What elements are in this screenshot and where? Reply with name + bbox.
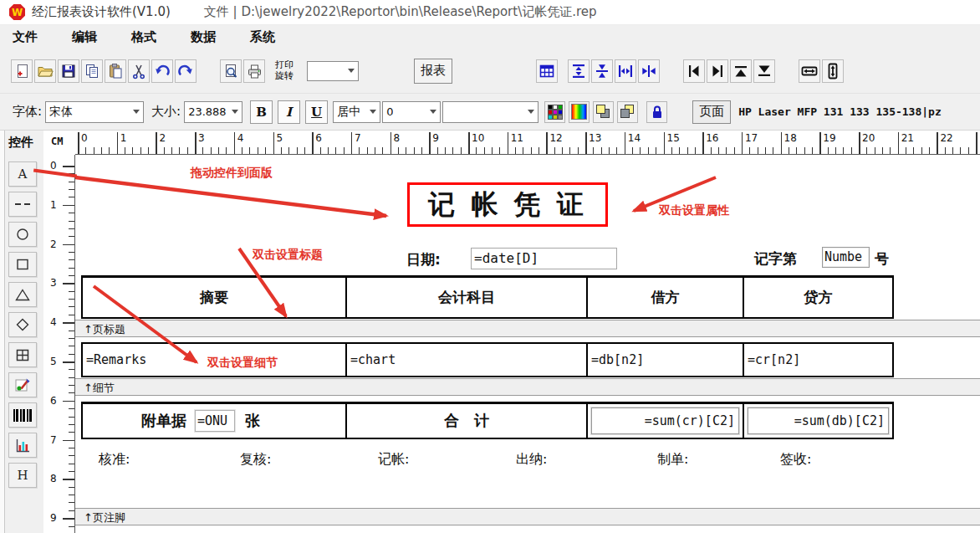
annotation-properties-hint: 双击设置属性 [659, 203, 729, 218]
triangle-tool-icon [15, 289, 30, 301]
chevron-down-icon [232, 110, 238, 114]
color-palette-button[interactable] [544, 101, 565, 123]
style-select[interactable] [442, 101, 538, 123]
printer-name: HP Laser MFP 131 133 135-138|pz [738, 105, 942, 118]
align-bottom-button[interactable] [753, 59, 775, 83]
html-tool-button[interactable]: H [8, 463, 37, 488]
align-select[interactable]: 居中 [333, 101, 380, 123]
cut-button[interactable] [128, 59, 150, 83]
page-setup-button[interactable]: 页面 [692, 100, 731, 124]
expand-vertical-icon [570, 63, 587, 79]
copy-button[interactable] [81, 59, 103, 83]
go-last-button[interactable] [707, 59, 728, 83]
expand-horizontal-icon [617, 63, 634, 79]
barcode-tool-icon [13, 409, 32, 422]
same-height-icon [824, 63, 841, 79]
open-file-icon [37, 63, 54, 79]
table-grid-button[interactable] [536, 59, 558, 83]
main-toolbar: 打印 旋转 报表 [0, 49, 980, 94]
size-label: 大小: [151, 104, 181, 120]
go-first-button[interactable] [683, 59, 705, 83]
paper-rotation-select[interactable] [307, 61, 359, 81]
lock-icon [649, 104, 666, 120]
menu-item-0[interactable]: 文件 [2, 29, 48, 45]
menu-item-1[interactable]: 编辑 [61, 29, 108, 45]
table-grid-icon [538, 63, 555, 79]
text-tool-button[interactable]: A [8, 161, 37, 187]
horizontal-ruler: 012345678910111213141516171819202122 [75, 131, 980, 155]
menu-item-4[interactable]: 系统 [239, 29, 286, 45]
line-tool-button[interactable] [8, 192, 37, 217]
italic-button[interactable]: I [278, 100, 300, 124]
barcode-tool-button[interactable] [8, 402, 37, 428]
annotation-title-hint: 双击设置标题 [253, 248, 323, 263]
grid-tool-button[interactable] [8, 342, 37, 367]
same-height-button[interactable] [822, 59, 844, 83]
collapse-horizontal-icon [641, 63, 657, 79]
undo-icon [154, 63, 171, 79]
rotation-select[interactable]: 0 [382, 101, 441, 123]
controls-label: 控件 [8, 135, 33, 151]
collapse-vertical-button[interactable] [591, 59, 613, 83]
underline-button[interactable]: U [305, 100, 328, 124]
design-canvas[interactable]: 拖动控件到面版 双击设置属性 双击设置标题 双击设置细节 记 帐 凭 证 日期:… [75, 155, 980, 533]
annotation-arrows [75, 155, 980, 533]
circle-tool-button[interactable] [8, 222, 37, 247]
collapse-horizontal-button[interactable] [638, 59, 660, 83]
save-button[interactable] [58, 59, 79, 83]
paste-icon [107, 63, 124, 79]
go-last-icon [709, 63, 726, 79]
menu-item-3[interactable]: 数据 [180, 29, 227, 45]
redo-icon [177, 63, 194, 79]
arrow-detail-hint [94, 286, 197, 362]
chevron-down-icon [370, 110, 376, 114]
print-button[interactable] [243, 59, 265, 83]
expand-horizontal-button[interactable] [615, 59, 636, 83]
new-file-icon [13, 63, 30, 79]
print-rotate-label: 打印 旋转 [275, 60, 293, 81]
chevron-down-icon [348, 69, 355, 73]
report-button[interactable]: 报表 [414, 59, 452, 84]
send-to-back-button[interactable] [617, 101, 638, 123]
chart-tool-button[interactable] [8, 433, 37, 458]
undo-button[interactable] [151, 59, 173, 83]
gradient-button[interactable] [569, 101, 590, 123]
format-toolbar: 字体: 宋体 大小: 23.888 B I U 居中 0 页面 HP Laser… [0, 94, 980, 131]
print-preview-button[interactable] [220, 59, 242, 83]
print-preview-icon [222, 63, 239, 79]
bring-to-front-button[interactable] [593, 101, 614, 123]
ruler-corner: CM [43, 131, 75, 155]
diamond-tool-button[interactable] [8, 312, 37, 337]
new-file-button[interactable] [11, 59, 33, 83]
redo-button[interactable] [175, 59, 197, 83]
chevron-down-icon [528, 110, 534, 114]
image-tool-button[interactable] [8, 372, 37, 397]
font-label: 字体: [13, 104, 42, 120]
window-titlebar: W 经汇报表设计软件(V1.0) 文件 | D:\jewelry2022\Rep… [0, 0, 980, 25]
text-tool-icon: A [18, 167, 28, 182]
lock-button[interactable] [646, 101, 667, 123]
image-tool-icon [14, 377, 31, 393]
annotation-drag-hint: 拖动控件到面版 [191, 166, 273, 181]
chevron-down-icon [430, 110, 436, 114]
triangle-tool-button[interactable] [8, 282, 37, 307]
font-select[interactable]: 宋体 [45, 101, 144, 123]
copy-icon [84, 63, 100, 79]
menu-item-2[interactable]: 格式 [120, 29, 167, 45]
open-file-button[interactable] [34, 59, 56, 83]
annotation-detail-hint: 双击设置细节 [207, 356, 278, 371]
paste-button[interactable] [105, 59, 126, 83]
grid-tool-icon [16, 349, 29, 361]
html-tool-icon: H [17, 468, 28, 483]
bold-button[interactable]: B [250, 100, 273, 124]
rectangle-tool-button[interactable] [8, 252, 37, 277]
collapse-vertical-icon [594, 63, 610, 79]
save-icon [60, 63, 77, 79]
ruler-unit-label: CM [51, 136, 63, 147]
expand-vertical-button[interactable] [568, 59, 590, 83]
rectangle-tool-icon [16, 258, 29, 271]
app-title: 经汇报表设计软件(V1.0) [32, 4, 171, 20]
align-top-button[interactable] [730, 59, 752, 83]
font-size-select[interactable]: 23.888 [184, 101, 242, 123]
same-width-button[interactable] [799, 59, 820, 83]
